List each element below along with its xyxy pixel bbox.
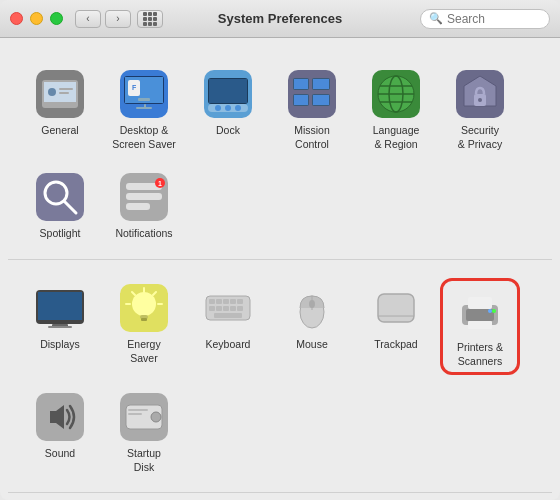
svg-text:F: F (132, 84, 137, 91)
keyboard-label: Keyboard (206, 338, 251, 352)
svg-rect-65 (230, 299, 236, 304)
energy-label: EnergySaver (127, 338, 160, 365)
spotlight-label: Spotlight (40, 227, 81, 241)
notifications-label: Notifications (115, 227, 172, 241)
search-input[interactable] (447, 12, 541, 26)
desktop-label: Desktop &Screen Saver (112, 124, 176, 151)
svg-rect-45 (126, 203, 150, 210)
startup-icon (118, 391, 170, 443)
svg-rect-67 (209, 306, 215, 311)
minimize-button[interactable] (30, 12, 43, 25)
displays-label: Displays (40, 338, 80, 352)
svg-rect-69 (223, 306, 229, 311)
mouse-label: Mouse (296, 338, 328, 352)
svg-rect-13 (136, 107, 152, 109)
energy-icon (118, 282, 170, 334)
pref-item-sound[interactable]: Sound (20, 387, 100, 478)
svg-rect-89 (128, 409, 148, 411)
pref-item-mouse[interactable]: Mouse (272, 278, 352, 375)
svg-point-20 (235, 105, 241, 111)
keyboard-icon (202, 282, 254, 334)
pref-item-mission[interactable]: MissionControl (272, 64, 352, 155)
language-icon (370, 68, 422, 120)
svg-rect-90 (128, 413, 142, 415)
svg-text:1: 1 (158, 180, 162, 187)
svg-rect-80 (468, 297, 492, 309)
trackpad-label: Trackpad (374, 338, 417, 352)
pref-item-trackpad[interactable]: Trackpad (356, 278, 436, 375)
svg-rect-72 (214, 313, 242, 318)
svg-rect-55 (141, 318, 147, 321)
pref-item-spotlight[interactable]: Spotlight (20, 167, 100, 245)
mouse-icon (286, 282, 338, 334)
printers-icon (454, 285, 506, 337)
spotlight-icon (34, 171, 86, 223)
mission-label: MissionControl (294, 124, 330, 151)
svg-rect-49 (38, 292, 82, 320)
svg-rect-71 (237, 306, 243, 311)
svg-rect-64 (223, 299, 229, 304)
svg-rect-81 (468, 321, 492, 329)
back-button[interactable]: ‹ (75, 10, 101, 28)
forward-button[interactable]: › (105, 10, 131, 28)
svg-point-83 (492, 309, 496, 313)
pref-item-dock[interactable]: Dock (188, 64, 268, 155)
svg-rect-29 (313, 95, 329, 105)
displays-icon (34, 282, 86, 334)
svg-rect-62 (209, 299, 215, 304)
close-button[interactable] (10, 12, 23, 25)
preferences-content: General F Desktop &Screen Saver (0, 38, 560, 500)
pref-item-startup[interactable]: StartupDisk (104, 387, 184, 478)
window-title: System Preferences (218, 11, 342, 26)
pref-item-energy[interactable]: EnergySaver (104, 278, 184, 375)
svg-rect-27 (294, 95, 308, 105)
general-icon (34, 68, 86, 120)
pref-item-printers[interactable]: Printers &Scanners (440, 278, 520, 375)
desktop-icon: F (118, 68, 170, 120)
svg-rect-4 (59, 88, 73, 90)
svg-rect-63 (216, 299, 222, 304)
grid-view-button[interactable] (137, 10, 163, 28)
section-hardware: Displays EnergySaver (8, 264, 552, 494)
grid-icon (143, 12, 157, 26)
svg-point-38 (478, 98, 482, 102)
search-bar[interactable]: 🔍 (420, 9, 550, 29)
svg-rect-5 (59, 92, 69, 94)
svg-point-75 (309, 300, 315, 308)
svg-rect-25 (313, 79, 329, 89)
pref-item-notifications[interactable]: 1 Notifications (104, 167, 184, 245)
svg-rect-3 (48, 88, 56, 96)
pref-item-security[interactable]: Security& Privacy (440, 64, 520, 155)
svg-rect-70 (230, 306, 236, 311)
svg-rect-76 (378, 294, 414, 322)
sound-label: Sound (45, 447, 75, 461)
pref-item-general[interactable]: General (20, 64, 100, 155)
nav-buttons: ‹ › (75, 10, 131, 28)
pref-item-displays[interactable]: Displays (20, 278, 100, 375)
maximize-button[interactable] (50, 12, 63, 25)
svg-point-19 (225, 105, 231, 111)
svg-rect-51 (48, 326, 72, 328)
pref-item-keyboard[interactable]: Keyboard (188, 278, 268, 375)
svg-rect-16 (209, 79, 247, 103)
trackpad-icon (370, 282, 422, 334)
traffic-lights (10, 12, 63, 25)
search-icon: 🔍 (429, 12, 443, 25)
startup-label: StartupDisk (127, 447, 161, 474)
svg-point-82 (488, 309, 492, 313)
printers-label: Printers &Scanners (457, 341, 503, 368)
svg-point-18 (215, 105, 221, 111)
security-icon (454, 68, 506, 120)
dock-label: Dock (216, 124, 240, 138)
security-label: Security& Privacy (458, 124, 502, 151)
titlebar: ‹ › System Preferences 🔍 (0, 0, 560, 38)
svg-rect-44 (126, 193, 162, 200)
pref-item-language[interactable]: Language& Region (356, 64, 436, 155)
svg-point-88 (151, 412, 161, 422)
general-label: General (41, 124, 78, 138)
pref-item-desktop[interactable]: F Desktop &Screen Saver (104, 64, 184, 155)
section-personal: General F Desktop &Screen Saver (8, 50, 552, 260)
dock-icon (202, 68, 254, 120)
svg-rect-23 (294, 79, 308, 89)
mission-icon (286, 68, 338, 120)
